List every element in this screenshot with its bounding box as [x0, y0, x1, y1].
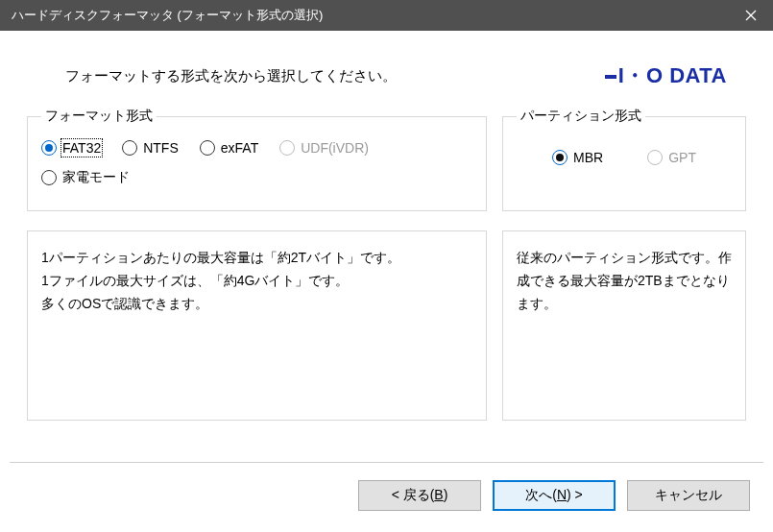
partition-description-text: 従来のパーティション形式です。作成できる最大容量が2TBまでとなります。 [517, 250, 732, 311]
radio-udf-label: UDF(iVDR) [301, 140, 369, 156]
radio-mbr-input[interactable] [552, 150, 568, 165]
radio-kaden-label: 家電モード [62, 169, 130, 186]
radio-exfat[interactable]: exFAT [200, 140, 258, 156]
format-type-legend: フォーマット形式 [41, 108, 157, 125]
radio-udf: UDF(iVDR) [279, 140, 369, 156]
radio-exfat-input[interactable] [200, 140, 215, 156]
radio-gpt-label: GPT [668, 150, 696, 165]
instruction-text: フォーマットする形式を次から選択してください。 [27, 67, 397, 85]
radio-exfat-label: exFAT [221, 140, 258, 156]
radio-fat32-label: FAT32 [62, 140, 101, 156]
close-icon [745, 10, 757, 21]
titlebar: ハードディスクフォーマッタ (フォーマット形式の選択) [0, 0, 773, 31]
radio-kaden[interactable]: 家電モード [41, 169, 130, 186]
close-button[interactable] [729, 0, 773, 31]
radio-mbr-label: MBR [573, 150, 603, 165]
cancel-button[interactable]: キャンセル [627, 480, 750, 511]
top-row: フォーマットする形式を次から選択してください。 I・O DATA [27, 61, 746, 90]
radio-ntfs-label: NTFS [143, 140, 179, 156]
format-description: 1パーティションあたりの最大容量は「約2Tバイト」です。 1ファイルの最大サイズ… [27, 230, 487, 421]
format-description-text: 1パーティションあたりの最大容量は「約2Tバイト」です。 1ファイルの最大サイズ… [41, 250, 400, 311]
format-row-2: 家電モード [41, 169, 472, 186]
radio-fat32-input[interactable] [41, 140, 57, 156]
option-panels: フォーマット形式 FAT32 NTFS exFAT UDF(iVDR) [27, 108, 746, 211]
back-button[interactable]: < 戻る(B) [358, 480, 481, 511]
radio-gpt: GPT [647, 150, 696, 165]
radio-gpt-input [647, 150, 663, 165]
partition-description: 従来のパーティション形式です。作成できる最大容量が2TBまでとなります。 [502, 230, 746, 421]
radio-mbr[interactable]: MBR [552, 150, 603, 165]
next-button[interactable]: 次へ(N) > [493, 480, 616, 511]
brand-logo: I・O DATA [605, 61, 746, 90]
radio-fat32[interactable]: FAT32 [41, 140, 101, 156]
partition-row: MBR GPT [517, 150, 732, 165]
radio-ntfs[interactable]: NTFS [122, 140, 179, 156]
client-area: フォーマットする形式を次から選択してください。 I・O DATA フォーマット形… [0, 31, 773, 532]
radio-kaden-input[interactable] [41, 170, 57, 185]
description-panels: 1パーティションあたりの最大容量は「約2Tバイト」です。 1ファイルの最大サイズ… [27, 230, 746, 421]
format-type-group: フォーマット形式 FAT32 NTFS exFAT UDF(iVDR) [27, 108, 487, 211]
wizard-buttons: < 戻る(B) 次へ(N) > キャンセル [358, 480, 750, 511]
radio-ntfs-input[interactable] [122, 140, 137, 156]
window-title: ハードディスクフォーマッタ (フォーマット形式の選択) [12, 7, 729, 24]
partition-type-group: パーティション形式 MBR GPT [502, 108, 746, 211]
partition-type-legend: パーティション形式 [517, 108, 645, 125]
radio-udf-input [279, 140, 295, 156]
format-row-1: FAT32 NTFS exFAT UDF(iVDR) [41, 140, 472, 156]
separator-line [10, 462, 763, 463]
